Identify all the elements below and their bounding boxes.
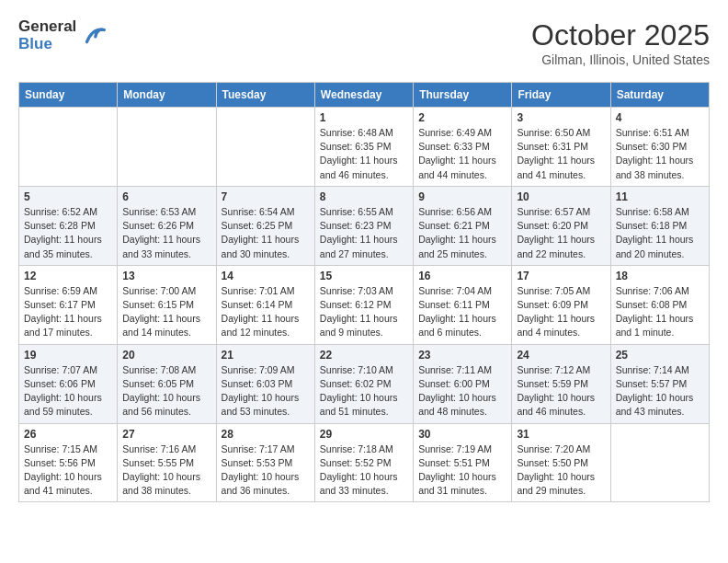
day-info: Sunrise: 6:53 AM Sunset: 6:26 PM Dayligh… bbox=[122, 205, 210, 261]
calendar-cell: 10Sunrise: 6:57 AM Sunset: 6:20 PM Dayli… bbox=[512, 186, 610, 265]
day-number: 29 bbox=[320, 428, 408, 441]
calendar-cell: 14Sunrise: 7:01 AM Sunset: 6:14 PM Dayli… bbox=[216, 265, 314, 344]
day-info: Sunrise: 7:12 AM Sunset: 5:59 PM Dayligh… bbox=[517, 363, 605, 419]
calendar-week-row: 19Sunrise: 7:07 AM Sunset: 6:06 PM Dayli… bbox=[19, 344, 710, 423]
calendar-week-row: 26Sunrise: 7:15 AM Sunset: 5:56 PM Dayli… bbox=[19, 423, 710, 502]
calendar-cell: 5Sunrise: 6:52 AM Sunset: 6:28 PM Daylig… bbox=[19, 186, 118, 265]
calendar-cell: 1Sunrise: 6:48 AM Sunset: 6:35 PM Daylig… bbox=[314, 108, 413, 187]
calendar-cell: 8Sunrise: 6:55 AM Sunset: 6:23 PM Daylig… bbox=[314, 186, 413, 265]
day-number: 13 bbox=[122, 270, 210, 282]
day-number: 8 bbox=[320, 190, 408, 203]
day-info: Sunrise: 6:57 AM Sunset: 6:20 PM Dayligh… bbox=[517, 205, 605, 261]
calendar-cell: 23Sunrise: 7:11 AM Sunset: 6:00 PM Dayli… bbox=[414, 344, 512, 423]
calendar-cell: 6Sunrise: 6:53 AM Sunset: 6:26 PM Daylig… bbox=[118, 186, 216, 265]
calendar-cell: 15Sunrise: 7:03 AM Sunset: 6:12 PM Dayli… bbox=[314, 265, 413, 344]
day-number: 16 bbox=[418, 270, 506, 282]
location-title: Gilman, Illinois, United States bbox=[531, 52, 710, 67]
day-info: Sunrise: 7:04 AM Sunset: 6:11 PM Dayligh… bbox=[418, 284, 506, 340]
calendar-cell: 30Sunrise: 7:19 AM Sunset: 5:51 PM Dayli… bbox=[414, 423, 512, 502]
day-number: 21 bbox=[222, 349, 310, 362]
day-number: 27 bbox=[122, 428, 210, 441]
calendar-body: 1Sunrise: 6:48 AM Sunset: 6:35 PM Daylig… bbox=[19, 108, 710, 502]
calendar-week-row: 1Sunrise: 6:48 AM Sunset: 6:35 PM Daylig… bbox=[19, 108, 710, 187]
day-number: 2 bbox=[418, 111, 506, 124]
day-info: Sunrise: 7:03 AM Sunset: 6:12 PM Dayligh… bbox=[320, 284, 408, 340]
day-number: 5 bbox=[24, 190, 112, 203]
day-number: 31 bbox=[517, 428, 605, 441]
calendar-cell: 11Sunrise: 6:58 AM Sunset: 6:18 PM Dayli… bbox=[610, 186, 709, 265]
day-info: Sunrise: 6:59 AM Sunset: 6:17 PM Dayligh… bbox=[24, 284, 112, 340]
day-number: 11 bbox=[616, 190, 704, 203]
calendar-cell: 13Sunrise: 7:00 AM Sunset: 6:15 PM Dayli… bbox=[118, 265, 216, 344]
calendar-cell: 9Sunrise: 6:56 AM Sunset: 6:21 PM Daylig… bbox=[414, 186, 512, 265]
day-info: Sunrise: 7:07 AM Sunset: 6:06 PM Dayligh… bbox=[24, 363, 112, 419]
day-info: Sunrise: 6:56 AM Sunset: 6:21 PM Dayligh… bbox=[418, 205, 506, 261]
day-info: Sunrise: 6:51 AM Sunset: 6:30 PM Dayligh… bbox=[616, 126, 704, 182]
day-number: 28 bbox=[222, 428, 310, 441]
calendar-cell bbox=[19, 108, 118, 187]
weekday-header-cell: Thursday bbox=[414, 83, 512, 108]
day-number: 18 bbox=[616, 270, 704, 282]
day-number: 20 bbox=[122, 349, 210, 362]
calendar-cell: 25Sunrise: 7:14 AM Sunset: 5:57 PM Dayli… bbox=[610, 344, 709, 423]
day-info: Sunrise: 7:16 AM Sunset: 5:55 PM Dayligh… bbox=[122, 442, 210, 499]
weekday-header-cell: Tuesday bbox=[216, 83, 314, 108]
calendar-cell: 19Sunrise: 7:07 AM Sunset: 6:06 PM Dayli… bbox=[19, 344, 118, 423]
day-info: Sunrise: 7:19 AM Sunset: 5:51 PM Dayligh… bbox=[418, 442, 506, 499]
calendar-cell bbox=[118, 108, 216, 187]
calendar-cell: 22Sunrise: 7:10 AM Sunset: 6:02 PM Dayli… bbox=[314, 344, 413, 423]
day-info: Sunrise: 6:52 AM Sunset: 6:28 PM Dayligh… bbox=[24, 205, 112, 261]
calendar-cell: 3Sunrise: 6:50 AM Sunset: 6:31 PM Daylig… bbox=[512, 108, 610, 187]
weekday-header-cell: Saturday bbox=[610, 83, 709, 108]
day-number: 30 bbox=[418, 428, 506, 441]
month-title: October 2025 bbox=[531, 18, 710, 52]
calendar-cell: 16Sunrise: 7:04 AM Sunset: 6:11 PM Dayli… bbox=[414, 265, 512, 344]
weekday-header-row: SundayMondayTuesdayWednesdayThursdayFrid… bbox=[19, 83, 710, 108]
calendar-cell: 24Sunrise: 7:12 AM Sunset: 5:59 PM Dayli… bbox=[512, 344, 610, 423]
day-info: Sunrise: 7:20 AM Sunset: 5:50 PM Dayligh… bbox=[517, 442, 605, 499]
logo: General Blue bbox=[18, 18, 106, 52]
calendar-cell: 17Sunrise: 7:05 AM Sunset: 6:09 PM Dayli… bbox=[512, 265, 610, 344]
page-header: General Blue October 2025 Gilman, Illino… bbox=[18, 18, 710, 67]
day-number: 9 bbox=[418, 190, 506, 203]
weekday-header-cell: Wednesday bbox=[314, 83, 413, 108]
day-info: Sunrise: 7:14 AM Sunset: 5:57 PM Dayligh… bbox=[616, 363, 704, 419]
day-number: 6 bbox=[122, 190, 210, 203]
calendar-cell: 12Sunrise: 6:59 AM Sunset: 6:17 PM Dayli… bbox=[19, 265, 118, 344]
day-info: Sunrise: 7:17 AM Sunset: 5:53 PM Dayligh… bbox=[222, 442, 310, 499]
day-number: 4 bbox=[616, 111, 704, 124]
day-info: Sunrise: 7:09 AM Sunset: 6:03 PM Dayligh… bbox=[222, 363, 310, 419]
calendar-cell: 2Sunrise: 6:49 AM Sunset: 6:33 PM Daylig… bbox=[414, 108, 512, 187]
logo-general: General bbox=[18, 18, 76, 36]
day-info: Sunrise: 6:48 AM Sunset: 6:35 PM Dayligh… bbox=[320, 126, 408, 182]
day-info: Sunrise: 6:50 AM Sunset: 6:31 PM Dayligh… bbox=[517, 126, 605, 182]
day-info: Sunrise: 7:00 AM Sunset: 6:15 PM Dayligh… bbox=[122, 284, 210, 340]
calendar-cell: 29Sunrise: 7:18 AM Sunset: 5:52 PM Dayli… bbox=[314, 423, 413, 502]
calendar-cell: 26Sunrise: 7:15 AM Sunset: 5:56 PM Dayli… bbox=[19, 423, 118, 502]
calendar-table: SundayMondayTuesdayWednesdayThursdayFrid… bbox=[18, 82, 710, 502]
day-number: 25 bbox=[616, 349, 704, 362]
day-number: 14 bbox=[222, 270, 310, 282]
day-info: Sunrise: 7:11 AM Sunset: 6:00 PM Dayligh… bbox=[418, 363, 506, 419]
calendar-cell: 18Sunrise: 7:06 AM Sunset: 6:08 PM Dayli… bbox=[610, 265, 709, 344]
day-info: Sunrise: 6:55 AM Sunset: 6:23 PM Dayligh… bbox=[320, 205, 408, 261]
day-number: 24 bbox=[517, 349, 605, 362]
calendar-cell: 27Sunrise: 7:16 AM Sunset: 5:55 PM Dayli… bbox=[118, 423, 216, 502]
logo-blue: Blue bbox=[18, 36, 52, 53]
day-number: 19 bbox=[24, 349, 112, 362]
calendar-week-row: 5Sunrise: 6:52 AM Sunset: 6:28 PM Daylig… bbox=[19, 186, 710, 265]
day-number: 3 bbox=[517, 111, 605, 124]
day-number: 26 bbox=[24, 428, 112, 441]
day-info: Sunrise: 7:15 AM Sunset: 5:56 PM Dayligh… bbox=[24, 442, 112, 499]
calendar-cell: 4Sunrise: 6:51 AM Sunset: 6:30 PM Daylig… bbox=[610, 108, 709, 187]
calendar-cell bbox=[216, 108, 314, 187]
day-info: Sunrise: 7:01 AM Sunset: 6:14 PM Dayligh… bbox=[222, 284, 310, 340]
calendar-cell: 7Sunrise: 6:54 AM Sunset: 6:25 PM Daylig… bbox=[216, 186, 314, 265]
day-info: Sunrise: 7:10 AM Sunset: 6:02 PM Dayligh… bbox=[320, 363, 408, 419]
title-block: October 2025 Gilman, Illinois, United St… bbox=[531, 18, 710, 67]
calendar-cell bbox=[610, 423, 709, 502]
day-number: 22 bbox=[320, 349, 408, 362]
day-number: 12 bbox=[24, 270, 112, 282]
day-info: Sunrise: 7:18 AM Sunset: 5:52 PM Dayligh… bbox=[320, 442, 408, 499]
day-info: Sunrise: 6:49 AM Sunset: 6:33 PM Dayligh… bbox=[418, 126, 506, 182]
